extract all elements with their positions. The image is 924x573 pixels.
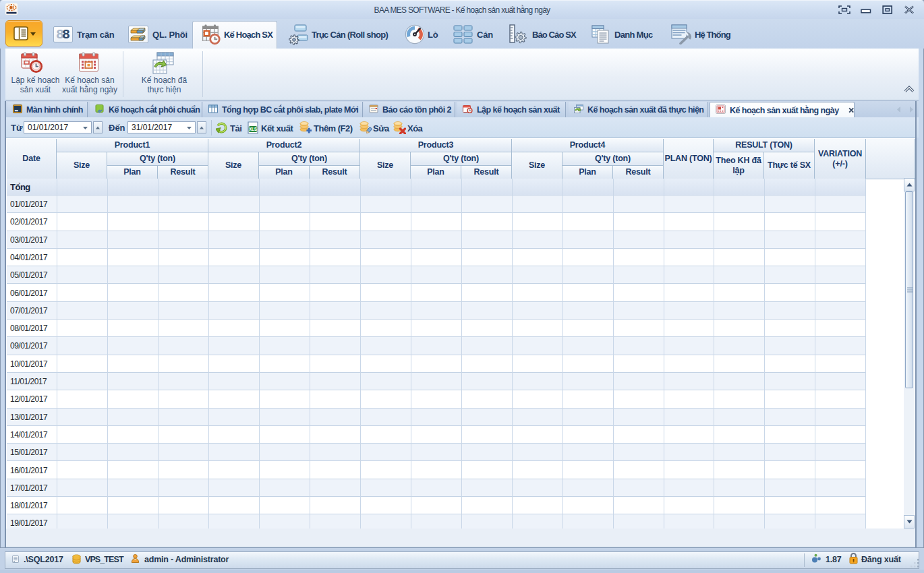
svg-text:XLS: XLS [249,127,258,131]
